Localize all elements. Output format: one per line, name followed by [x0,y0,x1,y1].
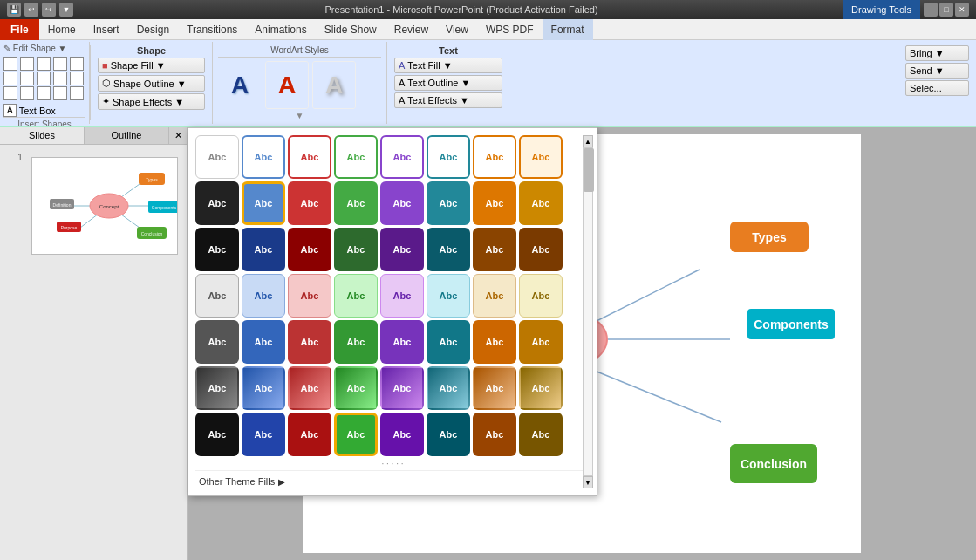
style-cell-6-6[interactable]: Abc [427,366,470,410]
style-cell-7-6[interactable]: Abc [427,413,470,456]
redo-icon[interactable]: ↪ [42,3,56,17]
style-cell-5-2[interactable]: Abc [242,320,285,364]
style-cell-6-1[interactable]: Abc [195,366,239,410]
select-pane-btn[interactable]: Selec... [905,80,969,96]
slide-thumbnail[interactable]: Concept Types Components Conclusion Purp… [31,157,178,255]
style-cell-5-6[interactable]: Abc [427,320,470,364]
style-cell-4-1[interactable]: Abc [195,274,239,318]
components-node[interactable]: Components [747,309,835,339]
shape-btn-10[interactable] [70,72,84,85]
style-cell-4-6[interactable]: Abc [427,274,470,318]
wordart-sample-3[interactable]: A [312,61,356,109]
style-cell-1-3[interactable]: Abc [288,135,331,179]
shape-outline-btn[interactable]: ⬡ Shape Outline ▼ [98,75,205,92]
outline-tab[interactable]: Outline [85,127,169,144]
shape-fill-btn[interactable]: ■ Shape Fill ▼ [98,58,205,73]
wordart-sample-1[interactable]: A [218,61,262,109]
style-cell-7-2[interactable]: Abc [242,413,285,456]
style-cell-2-6[interactable]: Abc [427,181,470,225]
quick-access-icon[interactable]: 💾 [7,3,21,17]
style-cell-6-8[interactable]: Abc [519,366,563,410]
maximize-btn[interactable]: □ [939,3,953,17]
shape-btn-11[interactable] [3,86,17,100]
style-cell-1-5[interactable]: Abc [380,135,424,179]
style-cell-3-2[interactable]: Abc [242,228,285,271]
scroll-thumb[interactable] [584,148,594,192]
shape-btn-9[interactable] [53,72,67,85]
shape-btn-4[interactable] [53,57,67,71]
shape-btn-3[interactable] [37,57,51,71]
style-cell-6-7[interactable]: Abc [473,366,516,410]
style-cell-2-5[interactable]: Abc [380,181,424,225]
text-outline-btn[interactable]: A Text Outline ▼ [394,75,502,91]
style-cell-5-4[interactable]: Abc [334,320,378,364]
style-cell-4-7[interactable]: Abc [473,274,516,318]
other-theme-fills-btn[interactable]: Other Theme Fills ▶ [195,475,289,488]
style-cell-4-2[interactable]: Abc [242,274,285,318]
undo-icon[interactable]: ↩ [24,3,38,17]
style-cell-6-5[interactable]: Abc [380,366,424,410]
shape-btn-1[interactable] [3,57,17,71]
file-menu[interactable]: File [0,19,39,40]
style-cell-5-8[interactable]: Abc [519,320,563,364]
style-cell-5-3[interactable]: Abc [288,320,331,364]
style-cell-7-4[interactable]: Abc [334,413,378,456]
shape-btn-14[interactable] [53,86,67,100]
style-cell-3-7[interactable]: Abc [473,228,516,271]
style-cell-1-1[interactable]: Abc [195,135,239,179]
close-btn[interactable]: ✕ [955,3,969,17]
home-menu[interactable]: Home [39,19,85,40]
style-cell-5-1[interactable]: Abc [195,320,239,364]
style-cell-6-3[interactable]: Abc [288,366,331,410]
slideshow-menu[interactable]: Slide Show [316,19,386,40]
style-cell-7-8[interactable]: Abc [519,413,563,456]
style-cell-5-5[interactable]: Abc [380,320,424,364]
animations-menu[interactable]: Animations [246,19,315,40]
style-cell-1-7[interactable]: Abc [473,135,516,179]
style-cell-2-2[interactable]: Abc [242,181,285,225]
insert-menu[interactable]: Insert [85,19,128,40]
wps-menu[interactable]: WPS PDF [477,19,543,40]
textbox-btn[interactable]: A Text Box [3,104,85,117]
style-cell-1-2[interactable]: Abc [242,135,285,179]
bring-forward-btn[interactable]: Bring ▼ [905,45,969,61]
style-cell-7-5[interactable]: Abc [380,413,424,456]
style-cell-2-1[interactable]: Abc [195,181,239,225]
style-cell-4-5[interactable]: Abc [380,274,424,318]
style-cell-7-7[interactable]: Abc [473,413,516,456]
style-cell-1-4[interactable]: Abc [334,135,378,179]
shape-btn-6[interactable] [3,72,17,85]
style-cell-1-8[interactable]: Abc [519,135,563,179]
design-menu[interactable]: Design [128,19,178,40]
shape-btn-12[interactable] [20,86,34,100]
shape-btn-2[interactable] [20,57,34,71]
style-cell-1-6[interactable]: Abc [427,135,470,179]
style-cell-3-6[interactable]: Abc [427,228,470,271]
transitions-menu[interactable]: Transitions [178,19,246,40]
style-cell-2-3[interactable]: Abc [288,181,331,225]
types-node[interactable]: Types [730,222,809,252]
style-cell-3-4[interactable]: Abc [334,228,378,271]
style-cell-4-3[interactable]: Abc [288,274,331,318]
view-menu[interactable]: View [437,19,477,40]
shape-btn-7[interactable] [20,72,34,85]
wordart-sample-2[interactable]: A [265,61,309,109]
style-cell-3-3[interactable]: Abc [288,228,331,271]
style-cell-7-3[interactable]: Abc [288,413,331,456]
shape-btn-5[interactable] [70,57,84,71]
shape-btn-15[interactable] [70,86,84,100]
style-cell-3-8[interactable]: Abc [519,228,563,271]
text-effects-btn[interactable]: A Text Effects ▼ [394,92,502,108]
style-cell-2-7[interactable]: Abc [473,181,516,225]
style-cell-6-2[interactable]: Abc [242,366,285,410]
customize-icon[interactable]: ▼ [59,3,73,17]
style-cell-2-8[interactable]: Abc [519,181,563,225]
minimize-btn[interactable]: ─ [924,3,938,17]
send-backward-btn[interactable]: Send ▼ [905,63,969,79]
style-cell-5-7[interactable]: Abc [473,320,516,364]
review-menu[interactable]: Review [386,19,437,40]
format-menu[interactable]: Format [543,19,593,40]
conclusion-node[interactable]: Conclusion [730,444,817,483]
shape-btn-8[interactable] [37,72,51,85]
style-cell-7-1[interactable]: Abc [195,413,239,456]
